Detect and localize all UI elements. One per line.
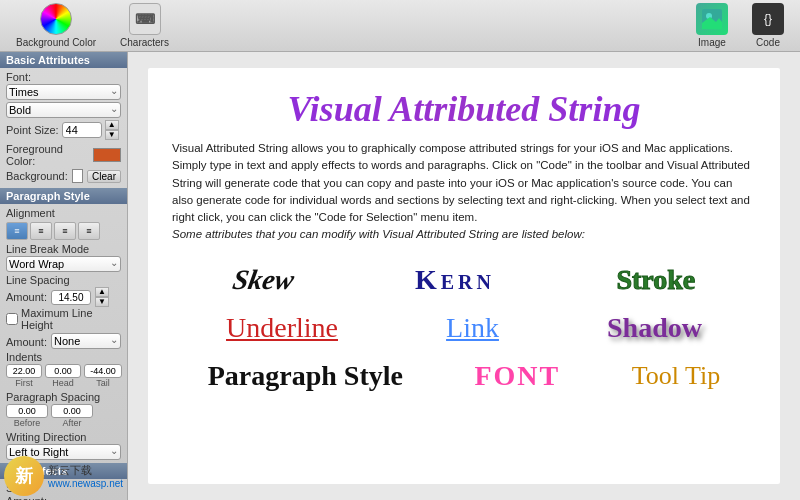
indents-row: First Head Tail: [6, 364, 121, 388]
main-title: Visual Attributed String: [172, 88, 756, 130]
point-size-label: Point Size:: [6, 124, 59, 136]
paragraph-spacing-label: Paragraph Spacing: [6, 391, 121, 403]
tooltip-feature: Tool Tip: [632, 361, 721, 391]
tail-indent-input[interactable]: [84, 364, 122, 378]
image-icon: [696, 3, 728, 35]
align-center-button[interactable]: ≡: [30, 222, 52, 240]
feature-grid: Skew Kern Stroke Underline Link Shadow P…: [172, 260, 756, 396]
line-spacing-label: Line Spacing: [6, 274, 121, 286]
code-button[interactable]: {} Code: [744, 0, 792, 52]
background-color-swatch[interactable]: [72, 169, 83, 183]
paragraph-style-feature: Paragraph Style: [208, 360, 403, 392]
alignment-row: ≡ ≡ ≡ ≡: [6, 222, 121, 240]
align-left-button[interactable]: ≡: [6, 222, 28, 240]
font-weight-wrapper: Bold: [6, 102, 121, 118]
point-size-row: Point Size: ▲ ▼: [6, 120, 121, 140]
foreground-color-row: Foreground Color:: [6, 143, 121, 167]
font-group: Font: Times Bold Point Size: ▲ ▼: [0, 68, 127, 188]
skew-feature: Skew: [230, 264, 296, 296]
code-label: Code: [756, 37, 780, 48]
foreground-color-label: Foreground Color:: [6, 143, 89, 167]
watermark-site: 新云下载: [48, 463, 123, 477]
tail-indent-col: Tail: [84, 364, 122, 388]
paragraph-style-header: Paragraph Style: [0, 188, 127, 204]
foreground-color-swatch[interactable]: [93, 148, 121, 162]
max-amount-label: Amount:: [6, 336, 47, 348]
align-justify-button[interactable]: ≡: [78, 222, 100, 240]
feature-row-2: Underline Link Shadow: [172, 308, 756, 348]
image-label: Image: [698, 37, 726, 48]
line-break-wrapper: Word Wrap: [6, 256, 121, 272]
max-line-height-row: Maximum Line Height: [6, 307, 121, 331]
background-color-label: Background Color: [16, 37, 96, 48]
before-spacing-col: Before: [6, 404, 48, 428]
align-right-button[interactable]: ≡: [54, 222, 76, 240]
characters-label: Characters: [120, 37, 169, 48]
after-spacing-col: After: [51, 404, 93, 428]
indents-label: Indents: [6, 351, 121, 363]
tail-label: Tail: [96, 378, 110, 388]
font-family-wrapper: Times: [6, 84, 121, 100]
desc-line5: Some attributes that you can modify with…: [172, 228, 585, 240]
color-wheel-icon: [40, 3, 72, 35]
font-family-select[interactable]: Times: [6, 84, 121, 100]
first-label: First: [15, 378, 33, 388]
head-label: Head: [52, 378, 74, 388]
line-spacing-decrement[interactable]: ▼: [95, 297, 109, 307]
paragraph-spacing-row: Before After: [6, 404, 121, 428]
line-spacing-input[interactable]: [51, 290, 91, 305]
alignment-label: Alignment: [6, 207, 121, 219]
before-label: Before: [14, 418, 41, 428]
font-feature: FONT: [474, 360, 560, 392]
writing-direction-label: Writing Direction: [6, 431, 121, 443]
font-label: Font:: [6, 71, 121, 83]
main-layout: Basic Attributes Font: Times Bold Point …: [0, 52, 800, 500]
watermark: 新 新云下载 www.newasp.net: [4, 456, 123, 496]
watermark-logo: 新: [4, 456, 44, 496]
point-size-increment[interactable]: ▲: [105, 120, 119, 130]
clear-button[interactable]: Clear: [87, 170, 121, 183]
underline-feature: Underline: [226, 312, 338, 344]
link-feature: Link: [446, 312, 499, 344]
head-indent-col: Head: [45, 364, 81, 388]
characters-icon: ⌨: [129, 3, 161, 35]
line-spacing-amount-row: Amount: ▲ ▼: [6, 287, 121, 307]
watermark-text: 新云下载 www.newasp.net: [48, 463, 123, 488]
after-label: After: [62, 418, 81, 428]
max-amount-row: Amount: None: [6, 333, 121, 351]
image-button[interactable]: Image: [688, 0, 736, 52]
feature-row-3: Paragraph Style FONT Tool Tip: [172, 356, 756, 396]
max-amount-select[interactable]: None: [51, 333, 121, 349]
line-spacing-stepper: ▲ ▼: [95, 287, 109, 307]
background-label: Background:: [6, 170, 68, 182]
line-spacing-increment[interactable]: ▲: [95, 287, 109, 297]
background-color-row: Background: Clear: [6, 169, 121, 183]
point-size-input[interactable]: [62, 122, 102, 138]
max-line-height-label: Maximum Line Height: [21, 307, 121, 331]
point-size-decrement[interactable]: ▼: [105, 130, 119, 140]
background-color-button[interactable]: Background Color: [8, 0, 104, 52]
kern-feature: Kern: [415, 264, 495, 296]
code-icon: {}: [752, 3, 784, 35]
content-inner: Visual Attributed String Visual Attribut…: [148, 68, 780, 484]
first-indent-col: First: [6, 364, 42, 388]
toolbar: Background Color ⌨ Characters Image {} C…: [0, 0, 800, 52]
basic-attributes-header: Basic Attributes: [0, 52, 127, 68]
line-break-select[interactable]: Word Wrap: [6, 256, 121, 272]
head-indent-input[interactable]: [45, 364, 81, 378]
first-indent-input[interactable]: [6, 364, 42, 378]
content-area: Visual Attributed String Visual Attribut…: [128, 52, 800, 500]
watermark-url: www.newasp.net: [48, 478, 123, 489]
point-size-stepper: ▲ ▼: [105, 120, 119, 140]
max-amount-wrapper: None: [51, 333, 121, 349]
max-line-height-checkbox[interactable]: [6, 313, 18, 325]
description: Visual Attributed String allows you to g…: [172, 140, 756, 244]
before-spacing-input[interactable]: [6, 404, 48, 418]
stroke-feature: Stroke: [616, 264, 695, 296]
amount-label: Amount:: [6, 291, 47, 303]
font-weight-select[interactable]: Bold: [6, 102, 121, 118]
after-spacing-input[interactable]: [51, 404, 93, 418]
shadow-feature: Shadow: [607, 312, 702, 344]
characters-button[interactable]: ⌨ Characters: [112, 0, 177, 52]
line-break-label: Line Break Mode: [6, 243, 121, 255]
